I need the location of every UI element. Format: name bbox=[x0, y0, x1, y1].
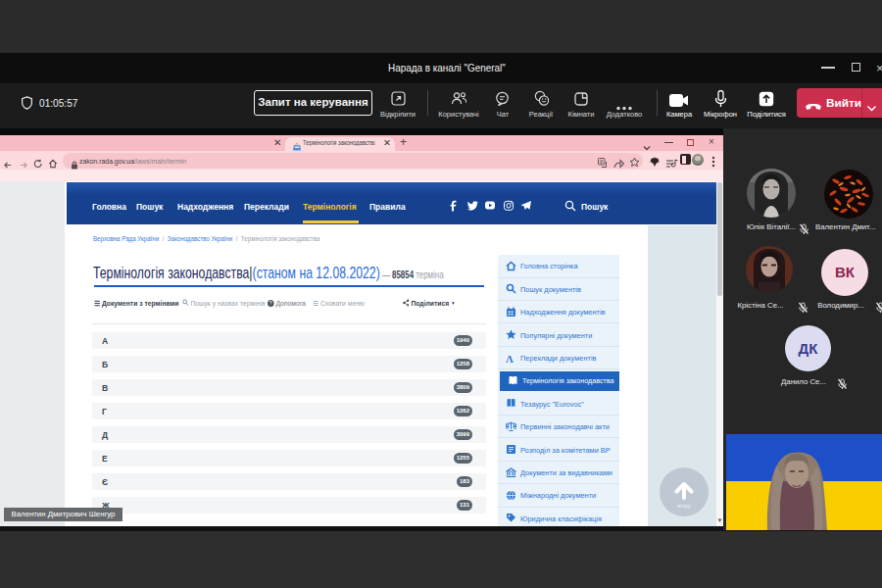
svg-text:вгору: вгору bbox=[677, 503, 691, 509]
svg-text:Λ: Λ bbox=[506, 353, 514, 364]
svg-text:Ф: Ф bbox=[600, 159, 604, 165]
